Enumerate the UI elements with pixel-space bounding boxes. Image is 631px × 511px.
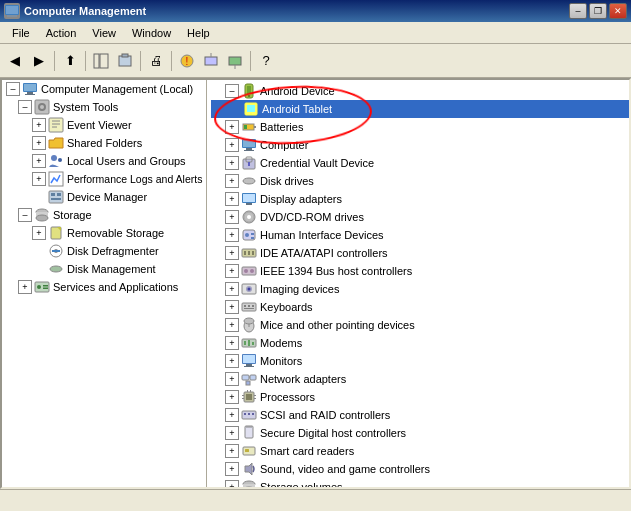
right-item-sound[interactable]: + Sound, video and game controllers: [211, 460, 629, 478]
tree-item-system-tools[interactable]: – System Tools: [2, 98, 206, 116]
right-item-network[interactable]: + Network adapters: [211, 370, 629, 388]
keyboards-label: Keyboards: [260, 301, 313, 313]
svg-rect-69: [251, 233, 254, 235]
expand-ieee[interactable]: +: [225, 264, 239, 278]
expand-keyboards[interactable]: +: [225, 300, 239, 314]
svg-rect-73: [248, 251, 250, 255]
right-item-computer[interactable]: + Computer: [211, 136, 629, 154]
toolbar-action2[interactable]: [200, 50, 222, 72]
right-item-modems[interactable]: + Modems: [211, 334, 629, 352]
tree-item-local-users[interactable]: + Local Users and Groups: [2, 152, 206, 170]
expand-dvd[interactable]: +: [225, 210, 239, 224]
tree-item-removable[interactable]: + Removable Storage: [2, 224, 206, 242]
tree-item-perf-logs[interactable]: + Performance Logs and Alerts: [2, 170, 206, 188]
right-item-android-tablet[interactable]: Android Tablet: [211, 100, 629, 118]
menu-window[interactable]: Window: [124, 25, 179, 41]
svg-point-80: [248, 288, 251, 291]
toolbar-help[interactable]: ?: [255, 50, 277, 72]
right-item-scsi[interactable]: + SCSI and RAID controllers: [211, 406, 629, 424]
right-item-secure-digital[interactable]: + Secure Digital host controllers: [211, 424, 629, 442]
expand-storage-vol[interactable]: +: [225, 480, 239, 487]
right-item-android-device[interactable]: – Android Device: [211, 82, 629, 100]
tree-item-device-mgr[interactable]: Device Manager: [2, 188, 206, 206]
tree-item-defrag[interactable]: Disk Defragmenter: [2, 242, 206, 260]
ieee-icon: [241, 263, 257, 279]
right-item-disk-drives[interactable]: + Disk drives: [211, 172, 629, 190]
right-item-imaging[interactable]: + Imaging devices: [211, 280, 629, 298]
expand-monitors[interactable]: +: [225, 354, 239, 368]
expand-batteries[interactable]: +: [225, 120, 239, 134]
right-item-monitors[interactable]: + Monitors: [211, 352, 629, 370]
right-item-display[interactable]: + Display adapters: [211, 190, 629, 208]
expand-services[interactable]: +: [18, 280, 32, 294]
right-item-credential[interactable]: + Credential Vault Device: [211, 154, 629, 172]
expand-shared-folders[interactable]: +: [32, 136, 46, 150]
expand-ide[interactable]: +: [225, 246, 239, 260]
toolbar-action3[interactable]: [224, 50, 246, 72]
right-item-smart-card[interactable]: + Smart card readers: [211, 442, 629, 460]
expand-network[interactable]: +: [225, 372, 239, 386]
right-item-ieee[interactable]: + IEEE 1394 Bus host controllers: [211, 262, 629, 280]
expand-android-device[interactable]: –: [225, 84, 239, 98]
expand-removable[interactable]: +: [32, 226, 46, 240]
print-button[interactable]: 🖨: [145, 50, 167, 72]
expand-disk-drives[interactable]: +: [225, 174, 239, 188]
expand-local-users[interactable]: +: [32, 154, 46, 168]
right-item-keyboards[interactable]: + Keyboards: [211, 298, 629, 316]
computer-icon2: [241, 137, 257, 153]
svg-rect-51: [254, 126, 256, 128]
menu-file[interactable]: File: [4, 25, 38, 41]
right-item-processors[interactable]: + Processors: [211, 388, 629, 406]
expand-perf-logs[interactable]: +: [32, 172, 46, 186]
expand-modems[interactable]: +: [225, 336, 239, 350]
sep1: [54, 51, 55, 71]
menu-action[interactable]: Action: [38, 25, 85, 41]
back-button[interactable]: ◀: [4, 50, 26, 72]
tree-item-comp-mgmt[interactable]: – Computer Management (Local): [2, 80, 206, 98]
menu-view[interactable]: View: [84, 25, 124, 41]
tree-item-event-viewer[interactable]: + Event Viewer: [2, 116, 206, 134]
expand-hid[interactable]: +: [225, 228, 239, 242]
toolbar-action1[interactable]: !: [176, 50, 198, 72]
show-hide-tree[interactable]: [90, 50, 112, 72]
tree-item-disk-mgmt[interactable]: Disk Management: [2, 260, 206, 278]
right-item-ide[interactable]: + IDE ATA/ATAPI controllers: [211, 244, 629, 262]
right-item-dvd[interactable]: + DVD/CD-ROM drives: [211, 208, 629, 226]
android-device-icon: [241, 83, 257, 99]
svg-rect-105: [254, 395, 256, 396]
up-button[interactable]: ⬆: [59, 50, 81, 72]
expand-mice[interactable]: +: [225, 318, 239, 332]
expand-display[interactable]: +: [225, 192, 239, 206]
right-item-hid[interactable]: + Human Interface Devices: [211, 226, 629, 244]
removable-label: Removable Storage: [67, 227, 164, 239]
svg-rect-1: [7, 15, 17, 17]
toolbar-btn2[interactable]: [114, 50, 136, 72]
restore-button[interactable]: ❐: [589, 3, 607, 19]
svg-rect-16: [25, 94, 35, 95]
expand-smart-card[interactable]: +: [225, 444, 239, 458]
forward-button[interactable]: ▶: [28, 50, 50, 72]
tree-item-shared-folders[interactable]: + Shared Folders: [2, 134, 206, 152]
minimize-button[interactable]: –: [569, 3, 587, 19]
right-item-batteries[interactable]: + Batteries: [211, 118, 629, 136]
expand-processors[interactable]: +: [225, 390, 239, 404]
expand-comp-mgmt[interactable]: –: [6, 82, 20, 96]
computer-label: Computer: [260, 139, 308, 151]
network-label: Network adapters: [260, 373, 346, 385]
menu-help[interactable]: Help: [179, 25, 218, 41]
expand-event-viewer[interactable]: +: [32, 118, 46, 132]
right-item-storage-vol[interactable]: + Storage volumes: [211, 478, 629, 487]
tree-item-services[interactable]: + Services and Applications: [2, 278, 206, 296]
expand-secure-digital[interactable]: +: [225, 426, 239, 440]
right-item-mice[interactable]: + Mice and other pointing devices: [211, 316, 629, 334]
storage-icon: [34, 207, 50, 223]
expand-system-tools[interactable]: –: [18, 100, 32, 114]
expand-computer[interactable]: +: [225, 138, 239, 152]
expand-credential[interactable]: +: [225, 156, 239, 170]
expand-imaging[interactable]: +: [225, 282, 239, 296]
expand-scsi[interactable]: +: [225, 408, 239, 422]
close-button[interactable]: ✕: [609, 3, 627, 19]
expand-sound[interactable]: +: [225, 462, 239, 476]
expand-storage[interactable]: –: [18, 208, 32, 222]
tree-item-storage[interactable]: – Storage: [2, 206, 206, 224]
